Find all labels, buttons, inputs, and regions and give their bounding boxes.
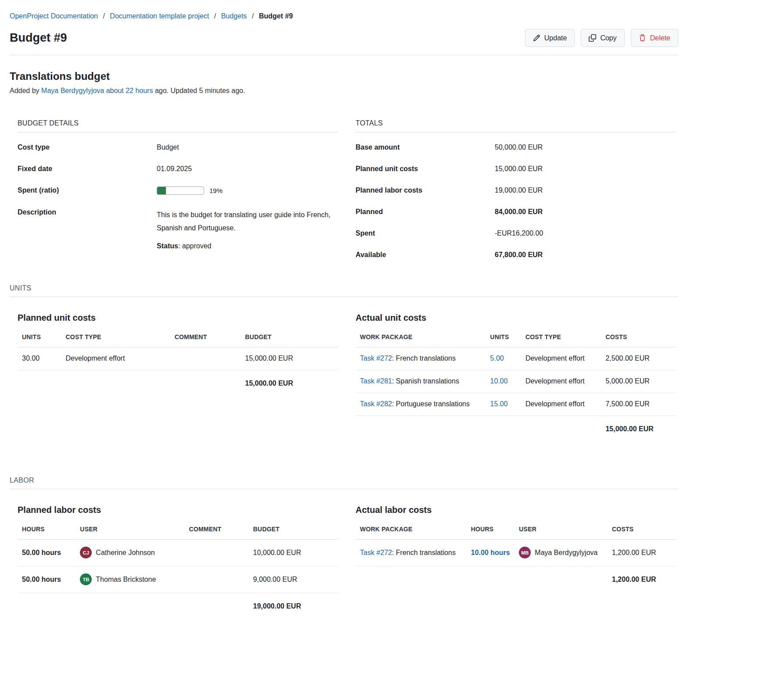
breadcrumb-separator: / (214, 12, 216, 20)
planned-labor-costs-total: 19,000.00 EUR (253, 593, 338, 618)
units-cell: 15.00 (490, 393, 525, 416)
work-package-cell: Task #272: French translations (356, 347, 490, 370)
table-header-row: UNITS COST TYPE COMMENT BUDGET (18, 333, 338, 347)
planned-labor-costs-block: Planned labor costs HOURS USER COMMENT B… (18, 505, 338, 618)
task-272-link[interactable]: Task #272 (360, 354, 392, 362)
column-header-budget: BUDGET (253, 526, 338, 540)
spent-ratio-row: Spent (ratio) 19% (18, 180, 338, 202)
user-name: Maya Berdygylyjova (535, 549, 597, 557)
cost-type-value: Budget (157, 143, 338, 151)
breadcrumb-link-documentation-template-project[interactable]: Documentation template project (110, 12, 209, 20)
description-value: This is the budget for translating user … (157, 208, 338, 250)
actual-unit-costs-table: WORK PACKAGE UNITS COST TYPE COSTS Task … (356, 333, 676, 440)
cost-type-cell: Development effort (525, 347, 606, 370)
cost-type-cell: Development effort (66, 347, 175, 370)
actual-labor-costs-block: Actual labor costs WORK PACKAGE HOURS US… (356, 505, 676, 618)
update-button-label: Update (544, 34, 567, 42)
units-link[interactable]: 5.00 (490, 354, 504, 362)
user-name: Catherine Johnson (96, 549, 155, 557)
spent-row: Spent -EUR16,200.00 (356, 223, 676, 244)
planned-labor-costs-label: Planned labor costs (356, 186, 495, 194)
available-label: Available (356, 251, 495, 259)
cost-type-row: Cost type Budget (18, 137, 338, 158)
table-row: Task #272: French translations 10.00 hou… (356, 540, 676, 566)
description-label: Description (18, 208, 157, 250)
planned-value: 84,000.00 EUR (495, 208, 676, 216)
column-header-costs: COSTS (612, 526, 676, 540)
user-cell: CJ Catherine Johnson (80, 540, 189, 566)
units-tables: Planned unit costs UNITS COST TYPE COMME… (10, 313, 678, 440)
costs-cell: 5,000.00 EUR (605, 370, 676, 393)
column-header-hours: HOURS (18, 526, 80, 540)
work-package-cell: Task #282: Portuguese translations (356, 393, 490, 416)
column-header-cost-type: COST TYPE (525, 333, 606, 347)
total-row: 15,000.00 EUR (356, 416, 676, 441)
work-package-cell: Task #272: French translations (356, 540, 471, 566)
actual-unit-costs-heading: Actual unit costs (356, 313, 676, 323)
column-header-units: UNITS (490, 333, 525, 347)
work-package-cell: Task #281: Spanish translations (356, 370, 490, 393)
status-label: Status (157, 242, 178, 250)
byline-prefix: Added by (10, 87, 40, 94)
column-header-comment: COMMENT (189, 526, 253, 540)
total-row: 19,000.00 EUR (18, 593, 338, 618)
planned-labor-costs-row: Planned labor costs 19,000.00 EUR (356, 180, 676, 201)
totals-title: TOTALS (356, 119, 676, 132)
spent-value: -EUR16,200.00 (495, 229, 676, 237)
pencil-icon (533, 34, 540, 42)
avatar: MB (519, 547, 531, 558)
header-divider (10, 55, 678, 55)
actual-labor-costs-heading: Actual labor costs (356, 505, 676, 515)
copy-button-label: Copy (600, 34, 616, 42)
hours-cell: 10.00 hours (471, 540, 519, 566)
work-package-subject: : French translations (392, 354, 456, 362)
spent-label: Spent (356, 229, 495, 237)
base-amount-value: 50,000.00 EUR (495, 143, 676, 151)
update-button[interactable]: Update (525, 29, 575, 47)
work-package-subject: : Spanish translations (392, 377, 459, 385)
hours-link[interactable]: 10.00 hours (471, 549, 510, 556)
base-amount-label: Base amount (356, 143, 495, 151)
column-header-cost-type: COST TYPE (66, 333, 175, 347)
planned-unit-costs-heading: Planned unit costs (18, 313, 338, 323)
task-282-link[interactable]: Task #282 (360, 400, 392, 408)
column-header-hours: HOURS (471, 526, 519, 540)
labor-section-title: LABOR (10, 476, 678, 489)
available-value: 67,800.00 EUR (495, 251, 676, 259)
toolbar: Update Copy Delete (525, 29, 678, 47)
task-272-link[interactable]: Task #272 (360, 549, 392, 556)
work-package-subject: : Portuguese translations (392, 400, 470, 408)
table-row: Task #272: French translations 5.00 Deve… (356, 347, 676, 370)
delete-button[interactable]: Delete (631, 29, 678, 47)
avatar: TB (80, 573, 92, 585)
breadcrumb-link-openproject-documentation[interactable]: OpenProject Documentation (10, 12, 98, 20)
totals-section: TOTALS Base amount 50,000.00 EUR Planned… (356, 119, 676, 266)
planned-label: Planned (356, 208, 495, 216)
avatar: CJ (80, 547, 92, 558)
breadcrumb-current: Budget #9 (259, 12, 293, 20)
copy-button[interactable]: Copy (581, 29, 624, 47)
units-cell: 10.00 (490, 370, 525, 393)
total-row: 15,000.00 EUR (18, 370, 338, 395)
units-link[interactable]: 10.00 (490, 377, 508, 385)
spent-ratio-text: 19% (209, 187, 223, 194)
column-header-work-package: WORK PACKAGE (356, 526, 471, 540)
units-link[interactable]: 15.00 (490, 400, 508, 408)
costs-cell: 2,500.00 EUR (605, 347, 676, 370)
table-row: 30.00 Development effort 15,000.00 EUR (18, 347, 338, 370)
available-row: Available 67,800.00 EUR (356, 244, 676, 266)
totals-rows: Base amount 50,000.00 EUR Planned unit c… (356, 137, 676, 266)
budget-page: OpenProject Documentation / Documentatio… (10, 0, 678, 673)
actual-labor-costs-total: 1,200.00 EUR (612, 566, 676, 591)
table-header-row: HOURS USER COMMENT BUDGET (18, 526, 338, 540)
task-281-link[interactable]: Task #281 (360, 377, 392, 385)
spent-ratio-label: Spent (ratio) (18, 186, 157, 195)
description-text: This is the budget for translating user … (157, 208, 338, 234)
breadcrumb-link-budgets[interactable]: Budgets (221, 12, 247, 20)
author-link[interactable]: Maya Berdygylyjova about 22 hours (41, 87, 153, 94)
budget-details-title: BUDGET DETAILS (18, 119, 338, 132)
status-line: Status: approved (157, 242, 338, 250)
table-header-row: WORK PACKAGE UNITS COST TYPE COSTS (356, 333, 676, 347)
budget-cell: 10,000.00 EUR (253, 540, 338, 566)
comment-cell (175, 347, 245, 370)
